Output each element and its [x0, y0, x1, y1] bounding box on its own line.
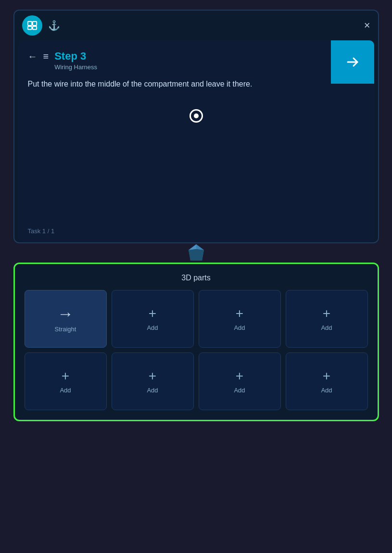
next-button[interactable] — [331, 40, 374, 84]
step-title: Step 3 — [54, 50, 364, 63]
part-card-add-6[interactable]: + Add — [199, 352, 281, 410]
part-card-label-1: Add — [147, 324, 158, 331]
step-title-block: Step 3 Wiring Harness — [54, 50, 364, 71]
part-card-label-3: Add — [321, 324, 332, 331]
part-card-add-1[interactable]: + Add — [112, 290, 194, 348]
add-icon-6: + — [236, 369, 243, 383]
add-icon-2: + — [236, 307, 243, 320]
main-window: ⚓ × ← ≡ Step 3 Wiring Harness Put the wi… — [13, 10, 379, 243]
part-card-label-2: Add — [234, 324, 245, 331]
part-card-add-7[interactable]: + Add — [286, 352, 368, 410]
gem-icon — [186, 242, 207, 264]
part-card-add-4[interactable]: + Add — [25, 352, 107, 410]
part-card-label-4: Add — [60, 387, 71, 394]
add-icon-4: + — [62, 369, 69, 383]
task-counter: Task 1 / 1 — [28, 227, 55, 235]
step-header: ← ≡ Step 3 Wiring Harness — [28, 50, 365, 71]
close-button[interactable]: × — [364, 20, 370, 31]
part-card-add-2[interactable]: + Add — [199, 290, 281, 348]
parts-grid: → Straight + Add + Add + Add + Add + Add — [25, 290, 368, 410]
add-icon-5: + — [149, 369, 156, 383]
svg-rect-0 — [27, 22, 31, 25]
back-button[interactable]: ← — [28, 51, 38, 62]
svg-marker-8 — [189, 249, 204, 261]
part-card-add-5[interactable]: + Add — [112, 352, 194, 410]
svg-marker-6 — [196, 244, 204, 250]
straight-arrow-icon: → — [57, 305, 74, 322]
part-card-straight[interactable]: → Straight — [25, 290, 107, 348]
anchor-icon[interactable]: ⚓ — [48, 20, 60, 31]
part-card-label-straight: Straight — [55, 326, 76, 333]
step-area: ← ≡ Step 3 Wiring Harness Put the wire i… — [18, 40, 374, 242]
step-subtitle: Wiring Harness — [54, 63, 364, 71]
part-card-label-6: Add — [234, 387, 245, 394]
add-icon-7: + — [323, 369, 330, 383]
target-inner — [194, 113, 199, 118]
center-target-area — [28, 109, 365, 123]
step-description: Put the wire into the middle of the comp… — [28, 78, 268, 90]
svg-marker-7 — [189, 244, 196, 250]
add-icon-3: + — [323, 307, 330, 320]
parts-panel: 3D parts → Straight + Add + Add + Add + … — [13, 263, 379, 421]
parts-panel-title: 3D parts — [25, 274, 368, 282]
svg-rect-3 — [32, 26, 36, 29]
part-card-label-5: Add — [147, 387, 158, 394]
part-card-add-3[interactable]: + Add — [286, 290, 368, 348]
add-icon-1: + — [149, 307, 156, 320]
target-circle — [190, 109, 203, 123]
connector-gem — [186, 242, 207, 264]
svg-rect-1 — [32, 22, 36, 25]
list-icon[interactable]: ≡ — [43, 51, 49, 62]
svg-rect-2 — [27, 26, 31, 29]
layout-icon-button[interactable] — [22, 15, 42, 36]
part-card-label-7: Add — [321, 387, 332, 394]
title-bar: ⚓ × — [14, 11, 378, 40]
